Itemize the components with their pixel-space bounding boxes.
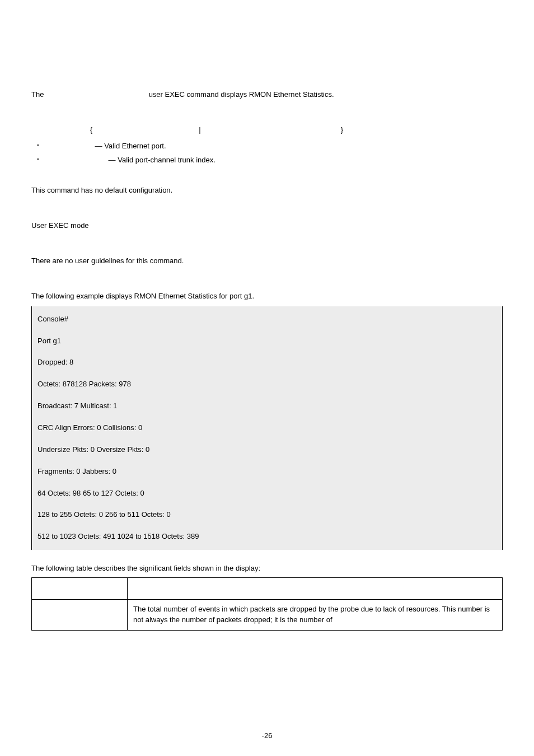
intro-prefix: The bbox=[31, 90, 46, 99]
console-line: Port g1 bbox=[32, 330, 502, 352]
syntax-line: {|} bbox=[31, 125, 503, 136]
intro-paragraph: The user EXEC command displays RMON Ethe… bbox=[31, 90, 503, 100]
console-line: Undersize Pkts: 0 Oversize Pkts: 0 bbox=[32, 439, 502, 461]
bullet-2-text: — Valid port-channel trunk index. bbox=[106, 156, 216, 164]
console-line: Dropped: 8 bbox=[32, 352, 502, 374]
console-line: Broadcast: 7 Multicast: 1 bbox=[32, 395, 502, 417]
table-header-row bbox=[32, 577, 503, 599]
table-cell: The total number of events in which pack… bbox=[128, 599, 503, 630]
console-line: CRC Align Errors: 0 Collisions: 0 bbox=[32, 417, 502, 439]
parameter-list: — Valid Ethernet port. — Valid port-chan… bbox=[31, 141, 503, 166]
user-guidelines-text: There are no user guidelines for this co… bbox=[31, 256, 503, 267]
fields-table: The total number of events in which pack… bbox=[31, 577, 503, 631]
example-intro: The following example displays RMON Ethe… bbox=[31, 291, 503, 302]
table-header-cell bbox=[32, 577, 128, 599]
table-header-cell bbox=[128, 577, 503, 599]
default-config-text: This command has no default configuratio… bbox=[31, 185, 503, 196]
list-item: — Valid port-channel trunk index. bbox=[31, 155, 503, 166]
console-line: 512 to 1023 Octets: 491 1024 to 1518 Oct… bbox=[32, 526, 502, 548]
console-line: 128 to 255 Octets: 0 256 to 511 Octets: … bbox=[32, 504, 502, 526]
console-line: Console# bbox=[32, 309, 502, 330]
bullet-1-text: — Valid Ethernet port. bbox=[93, 142, 166, 150]
page-number: -26 bbox=[0, 731, 534, 741]
brace-open: { bbox=[87, 125, 95, 136]
intro-suffix: user EXEC command displays RMON Ethernet… bbox=[147, 90, 334, 99]
table-row: The total number of events in which pack… bbox=[32, 599, 503, 630]
console-line: 64 Octets: 98 65 to 127 Octets: 0 bbox=[32, 483, 502, 505]
list-item: — Valid Ethernet port. bbox=[31, 141, 503, 152]
document-page: The user EXEC command displays RMON Ethe… bbox=[0, 0, 534, 756]
command-mode-text: User EXEC mode bbox=[31, 221, 503, 231]
console-line: Octets: 878128 Packets: 978 bbox=[32, 374, 502, 395]
console-line: Fragments: 0 Jabbers: 0 bbox=[32, 461, 502, 483]
console-output: Console# Port g1 Dropped: 8 Octets: 8781… bbox=[31, 306, 503, 550]
brace-close: } bbox=[338, 125, 346, 136]
table-intro: The following table describes the signif… bbox=[31, 563, 503, 574]
syntax-pipe: | bbox=[196, 125, 204, 136]
table-cell bbox=[32, 599, 128, 630]
